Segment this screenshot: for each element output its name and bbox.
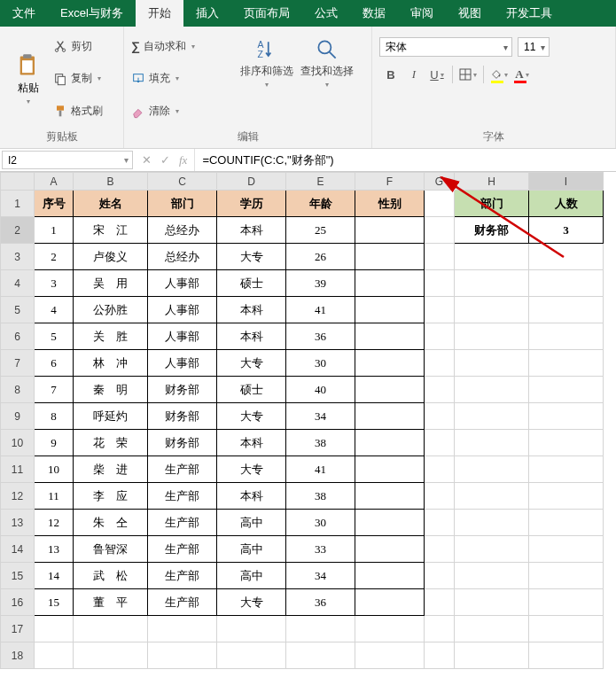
cell-F16[interactable]	[355, 589, 425, 616]
autosum-button[interactable]: ∑ 自动求和▾	[131, 34, 229, 58]
cell-A5[interactable]: 4	[35, 297, 74, 323]
menu-开发工具[interactable]: 开发工具	[494, 0, 565, 27]
cell-D17[interactable]	[217, 616, 286, 642]
cell-I13[interactable]	[529, 510, 604, 536]
fill-button[interactable]: 填充▾	[131, 66, 229, 91]
cell-F3[interactable]	[355, 244, 425, 270]
fx-button[interactable]: fx	[179, 153, 187, 167]
cell-A14[interactable]: 13	[35, 536, 74, 563]
cell-H16[interactable]	[455, 589, 529, 616]
cell-B5[interactable]: 公孙胜	[74, 297, 148, 323]
cell-H13[interactable]	[455, 510, 529, 536]
cell-A1[interactable]: 序号	[35, 191, 74, 217]
cell-C11[interactable]: 生产部	[148, 456, 217, 483]
cell-A2[interactable]: 1	[35, 217, 74, 244]
cell-H2[interactable]: 财务部	[455, 217, 529, 244]
menu-公式[interactable]: 公式	[302, 0, 350, 27]
spreadsheet-grid[interactable]: ABCDEFGHI1序号姓名部门学历年龄性别部门人数21宋 江总经办本科25财务…	[0, 172, 604, 669]
cell-G1[interactable]	[425, 191, 455, 217]
cell-H7[interactable]	[455, 350, 529, 377]
cell-G16[interactable]	[425, 589, 455, 616]
bold-button[interactable]: B	[379, 64, 402, 85]
cell-I10[interactable]	[529, 430, 604, 456]
cell-E18[interactable]	[286, 642, 355, 669]
cell-B3[interactable]: 卢俊义	[74, 244, 148, 270]
cell-F8[interactable]	[355, 377, 425, 403]
cell-I17[interactable]	[529, 616, 604, 642]
cell-B4[interactable]: 吴 用	[74, 270, 148, 297]
cell-H5[interactable]	[455, 297, 529, 323]
cell-C2[interactable]: 总经办	[148, 217, 217, 244]
cell-D3[interactable]: 大专	[217, 244, 286, 270]
cancel-formula-button[interactable]: ✕	[142, 153, 152, 167]
row-header-10[interactable]: 10	[1, 430, 35, 456]
col-header-C[interactable]: C	[148, 173, 217, 191]
font-size-select[interactable]: 11	[518, 37, 550, 57]
row-header-18[interactable]: 18	[1, 642, 35, 669]
cell-F7[interactable]	[355, 350, 425, 377]
format-painter-button[interactable]: 格式刷	[53, 99, 116, 124]
cell-E9[interactable]: 34	[286, 403, 355, 430]
cell-D1[interactable]: 学历	[217, 191, 286, 217]
cell-H10[interactable]	[455, 430, 529, 456]
cell-I16[interactable]	[529, 589, 604, 616]
cell-E6[interactable]: 36	[286, 323, 355, 350]
underline-button[interactable]: U	[425, 64, 448, 85]
cell-C9[interactable]: 财务部	[148, 403, 217, 430]
cell-D14[interactable]: 高中	[217, 536, 286, 563]
cell-D8[interactable]: 硕士	[217, 377, 286, 403]
cell-G17[interactable]	[425, 616, 455, 642]
cell-B17[interactable]	[74, 616, 148, 642]
cell-F9[interactable]	[355, 403, 425, 430]
cell-B1[interactable]: 姓名	[74, 191, 148, 217]
cell-A16[interactable]: 15	[35, 589, 74, 616]
cell-H15[interactable]	[455, 563, 529, 589]
cell-B13[interactable]: 朱 仝	[74, 510, 148, 536]
cell-E12[interactable]: 38	[286, 483, 355, 510]
cell-I4[interactable]	[529, 270, 604, 297]
menu-页面布局[interactable]: 页面布局	[231, 0, 302, 27]
cell-C17[interactable]	[148, 616, 217, 642]
cell-A18[interactable]	[35, 642, 74, 669]
cell-I11[interactable]	[529, 456, 604, 483]
row-header-9[interactable]: 9	[1, 403, 35, 430]
name-box[interactable]: I2	[2, 151, 133, 169]
cell-F4[interactable]	[355, 270, 425, 297]
cell-B14[interactable]: 鲁智深	[74, 536, 148, 563]
col-header-D[interactable]: D	[217, 173, 286, 191]
cell-C5[interactable]: 人事部	[148, 297, 217, 323]
cell-C4[interactable]: 人事部	[148, 270, 217, 297]
cell-D13[interactable]: 高中	[217, 510, 286, 536]
cell-B15[interactable]: 武 松	[74, 563, 148, 589]
cell-B9[interactable]: 呼延灼	[74, 403, 148, 430]
cell-G2[interactable]	[425, 217, 455, 244]
row-header-8[interactable]: 8	[1, 377, 35, 403]
cell-H6[interactable]	[455, 323, 529, 350]
col-header-B[interactable]: B	[74, 173, 148, 191]
cell-B16[interactable]: 董 平	[74, 589, 148, 616]
cell-G10[interactable]	[425, 430, 455, 456]
cell-C7[interactable]: 人事部	[148, 350, 217, 377]
cell-C1[interactable]: 部门	[148, 191, 217, 217]
cell-F2[interactable]	[355, 217, 425, 244]
font-color-button[interactable]: A	[511, 64, 534, 85]
fill-color-button[interactable]	[487, 64, 511, 85]
cell-A15[interactable]: 14	[35, 563, 74, 589]
cell-C8[interactable]: 财务部	[148, 377, 217, 403]
cell-H3[interactable]	[455, 244, 529, 270]
row-header-6[interactable]: 6	[1, 323, 35, 350]
cell-B10[interactable]: 花 荣	[74, 430, 148, 456]
cell-E1[interactable]: 年龄	[286, 191, 355, 217]
col-header-G[interactable]: G	[425, 173, 455, 191]
cell-H4[interactable]	[455, 270, 529, 297]
cell-A8[interactable]: 7	[35, 377, 74, 403]
menu-Excel与财务[interactable]: Excel与财务	[48, 0, 136, 27]
cell-E16[interactable]: 36	[286, 589, 355, 616]
cell-D2[interactable]: 本科	[217, 217, 286, 244]
cell-A9[interactable]: 8	[35, 403, 74, 430]
cell-I6[interactable]	[529, 323, 604, 350]
row-header-7[interactable]: 7	[1, 350, 35, 377]
cell-F17[interactable]	[355, 616, 425, 642]
cell-B8[interactable]: 秦 明	[74, 377, 148, 403]
cell-A10[interactable]: 9	[35, 430, 74, 456]
